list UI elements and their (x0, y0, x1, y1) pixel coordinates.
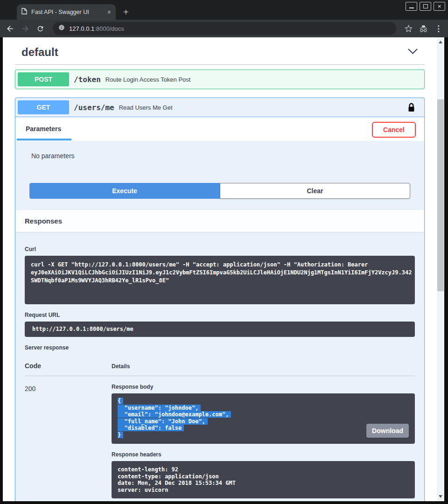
response-body-json: { "username": "johndoe", "email": "johnd… (118, 398, 409, 438)
server-response-label: Server response (25, 344, 415, 351)
browser-window: Fast API - Swagger UI × + × 127.0.0.1:80… (0, 0, 448, 504)
maximize-button[interactable] (420, 2, 431, 11)
minimize-button[interactable] (406, 2, 417, 11)
scrollbar-thumb[interactable] (437, 99, 444, 291)
get-summary-text: Read Users Me Get (119, 104, 173, 111)
swagger-page: default POST /token Route Login Access T… (3, 37, 437, 501)
browser-toolbar: 127.0.0.1:8000/docs ⋮ (0, 20, 448, 37)
address-bar[interactable]: 127.0.0.1:8000/docs (53, 22, 396, 35)
scrollbar-down-icon[interactable] (439, 495, 442, 498)
post-summary-text: Route Login Access Token Post (105, 76, 191, 83)
download-button[interactable]: Download (366, 424, 409, 438)
auth-lock-icon[interactable] (407, 102, 415, 113)
tag-title: default (21, 46, 58, 59)
browser-tab[interactable]: Fast API - Swagger UI × (17, 4, 116, 20)
new-tab-button[interactable]: + (123, 7, 129, 17)
operation-tab-strip: Parameters Cancel (15, 117, 424, 141)
no-parameters-text: No parameters (31, 152, 415, 160)
tag-divider (15, 64, 425, 65)
browser-menu-icon[interactable]: ⋮ (434, 24, 442, 34)
post-path: /token (74, 75, 101, 84)
maximize-icon (423, 4, 428, 8)
opblock-get-users-me: GET /users/me Read Users Me Get Paramete… (15, 98, 425, 501)
window-controls: × (406, 2, 445, 11)
responses-section-header: Responses (15, 210, 424, 232)
server-response-table-header: Code Details (25, 362, 415, 376)
responses-body: Curl curl -X GET "http://127.0.0.1:8000/… (15, 232, 424, 501)
browser-titlebar: Fast API - Swagger UI × + × (0, 0, 448, 20)
refresh-icon[interactable] (36, 25, 44, 33)
execute-row: Execute Clear (29, 183, 410, 199)
request-url-block: http://127.0.0.1:8000/users/me (25, 322, 415, 337)
bookmark-star-icon[interactable] (405, 25, 413, 33)
response-headers-block: content-length: 92content-type: applicat… (112, 461, 415, 498)
curl-label: Curl (25, 246, 415, 252)
get-path: /users/me (74, 103, 114, 112)
response-headers-label: Response headers (112, 451, 415, 458)
page-scrollbar[interactable] (437, 37, 444, 501)
parameters-body: No parameters Execute Clear (15, 141, 424, 210)
request-url-label: Request URL (25, 312, 415, 318)
minimize-icon (409, 7, 414, 8)
page-file-icon (21, 8, 27, 16)
tab-title: Fast API - Swagger UI (31, 9, 103, 15)
status-code: 200 (25, 384, 112, 498)
execute-button[interactable]: Execute (29, 183, 220, 199)
tab-parameters[interactable]: Parameters (17, 123, 71, 140)
get-method-badge: GET (18, 100, 69, 114)
tab-close-icon[interactable]: × (107, 9, 111, 15)
tag-section-header[interactable]: default (15, 46, 425, 59)
scrollbar-up-icon[interactable] (439, 41, 442, 43)
details-column-header: Details (112, 362, 415, 370)
get-users-me-summary[interactable]: GET /users/me Read Users Me Get (15, 98, 424, 117)
cancel-button[interactable]: Cancel (372, 122, 416, 138)
opblock-post-token: POST /token Route Login Access Token Pos… (15, 70, 425, 89)
site-info-icon[interactable] (58, 24, 65, 33)
code-column-header: Code (25, 362, 112, 370)
response-body-block[interactable]: { "username": "johndoe", "email": "johnd… (112, 393, 415, 444)
curl-command-block[interactable]: curl -X GET "http://127.0.0.1:8000/users… (25, 256, 415, 304)
post-method-badge: POST (18, 72, 69, 86)
forward-icon[interactable] (21, 24, 30, 33)
incognito-icon (419, 24, 428, 33)
close-button[interactable]: × (434, 2, 445, 11)
clear-button[interactable]: Clear (220, 183, 410, 199)
url-host: 127.0.0.1 (69, 25, 94, 32)
server-response-row: 200 Response body { "username": "johndoe… (25, 384, 415, 498)
post-token-summary[interactable]: POST /token Route Login Access Token Pos… (15, 70, 424, 89)
back-icon[interactable] (6, 24, 14, 33)
chevron-down-icon[interactable] (407, 48, 418, 56)
response-body-label: Response body (112, 384, 415, 390)
url-path: :8000/docs (94, 25, 124, 32)
page-viewport: default POST /token Route Login Access T… (3, 37, 444, 501)
